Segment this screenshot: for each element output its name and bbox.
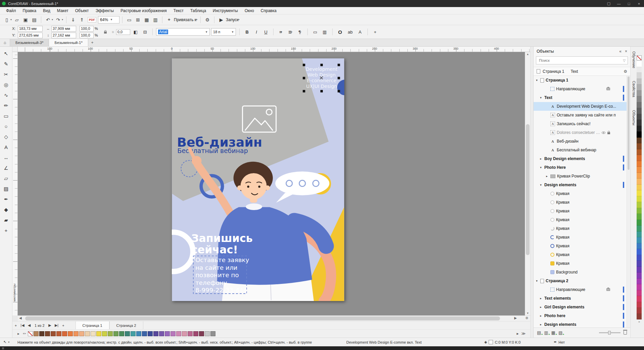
color-swatch[interactable] xyxy=(637,96,642,102)
color-swatch[interactable] xyxy=(45,331,50,336)
chevron-down-icon[interactable]: ▾ xyxy=(10,18,12,21)
color-swatch[interactable] xyxy=(637,120,642,126)
menu-item[interactable]: Растровые изображения xyxy=(117,8,170,13)
tree-row[interactable]: Кривая xyxy=(534,198,630,207)
new-document-icon[interactable]: ▯ xyxy=(3,16,11,24)
color-swatch[interactable] xyxy=(637,202,642,208)
chevron-down-icon[interactable]: ▾ xyxy=(196,18,197,21)
fullscreen-preview-icon[interactable]: ▭ xyxy=(125,16,133,24)
vertical-ruler[interactable]: миллиметры xyxy=(12,52,18,315)
y-position-input[interactable] xyxy=(18,33,43,38)
tree-row[interactable]: ▾Страница 2 xyxy=(534,277,630,285)
color-swatch[interactable] xyxy=(637,255,642,261)
menu-item[interactable]: Справка xyxy=(257,8,280,13)
color-swatch[interactable] xyxy=(51,331,56,336)
color-swatch[interactable] xyxy=(637,73,642,79)
menu-item[interactable]: Окно xyxy=(241,8,257,13)
color-swatch[interactable] xyxy=(637,267,642,273)
tree-row[interactable]: ▸Design elements xyxy=(534,320,630,328)
horizontal-ruler[interactable]: 15010050050100150200250300350400 xyxy=(18,47,530,52)
expand-arrow[interactable]: ▾ xyxy=(539,183,543,187)
tree-row[interactable]: Кривая xyxy=(534,242,630,250)
expand-arrow[interactable]: ▸ xyxy=(539,157,543,160)
color-swatch[interactable] xyxy=(136,331,141,336)
menu-item[interactable]: Макет xyxy=(54,8,72,13)
expand-arrow[interactable]: ▸ xyxy=(539,314,543,317)
close-button[interactable]: × xyxy=(634,0,644,7)
tree-row[interactable]: Кривая xyxy=(534,207,630,215)
opacity-slider[interactable] xyxy=(599,332,621,333)
color-swatch[interactable] xyxy=(142,331,147,336)
status-fill[interactable]: ◈ C:0 M:0 Y:0 K:0 xyxy=(484,338,521,346)
tree-row[interactable]: Кривая xyxy=(534,189,630,198)
launch-label[interactable]: Запуск xyxy=(226,17,239,22)
edit-text-button[interactable]: ab xyxy=(346,28,354,36)
color-swatch[interactable] xyxy=(637,67,642,73)
docker-scroll-thumb[interactable] xyxy=(628,77,630,170)
search-input[interactable] xyxy=(538,58,621,63)
tree-row[interactable]: ▾Design elements xyxy=(534,181,630,189)
color-swatch[interactable] xyxy=(119,331,124,336)
color-swatch[interactable] xyxy=(188,331,193,336)
horizontal-scroll-thumb[interactable] xyxy=(25,316,500,320)
connector-tool[interactable]: ∠ xyxy=(1,163,11,173)
objects-search[interactable]: ▽ xyxy=(536,56,628,64)
color-swatch[interactable] xyxy=(102,331,107,336)
color-swatch[interactable] xyxy=(637,61,642,67)
ruler-corner[interactable] xyxy=(12,47,18,52)
color-swatch[interactable] xyxy=(637,91,642,97)
pick-tool[interactable]: ↖ xyxy=(1,49,11,58)
color-swatch[interactable] xyxy=(637,232,642,238)
lock-ratio-button[interactable] xyxy=(101,28,109,36)
document-tab[interactable]: Безымянный-3* xyxy=(10,39,49,46)
bold-button[interactable]: B xyxy=(243,28,251,36)
no-color-swatch[interactable] xyxy=(28,331,33,336)
palette-flyout-icon[interactable]: ▸ xyxy=(16,332,21,336)
color-swatch[interactable] xyxy=(637,314,642,320)
font-list-combo[interactable]: Arial ▼ xyxy=(156,28,210,36)
tree-row[interactable]: ▸Photo here xyxy=(534,311,630,320)
publish-pdf-icon[interactable]: PDF xyxy=(88,17,96,22)
color-swatch[interactable] xyxy=(85,331,90,336)
tree-row[interactable]: Направляющие xyxy=(534,85,630,93)
scroll-right-icon[interactable]: ▶ xyxy=(514,316,517,320)
color-swatch[interactable] xyxy=(637,196,642,202)
redo-icon[interactable]: ↷ xyxy=(54,16,62,24)
text-alignment-button[interactable]: ≡▾ xyxy=(277,28,285,36)
color-swatch[interactable] xyxy=(79,331,84,336)
scroll-left-icon[interactable]: ◀ xyxy=(19,316,22,320)
dimension-tool[interactable]: ↔ xyxy=(1,153,11,162)
color-swatch[interactable] xyxy=(131,331,136,336)
scroll-up-icon[interactable]: ▲ xyxy=(525,53,530,56)
transparency-tool[interactable]: ▨ xyxy=(1,184,11,194)
docker-tab[interactable]: Объекты xyxy=(632,109,636,127)
italic-button[interactable]: I xyxy=(252,28,260,36)
color-swatch[interactable] xyxy=(637,190,642,196)
slider-thumb[interactable] xyxy=(608,331,611,335)
bulleted-list-button[interactable]: ≣▾ xyxy=(286,28,295,36)
chevron-down-icon[interactable]: ▾ xyxy=(62,18,63,21)
page-tab[interactable]: Страница 2 xyxy=(109,321,143,329)
scale-x-input[interactable] xyxy=(80,26,94,32)
tree-row[interactable]: ADolores consectetuer at stet. xyxy=(534,128,630,137)
interactive-fill-tool[interactable]: ◆ xyxy=(1,205,11,214)
color-swatch[interactable] xyxy=(637,85,642,91)
menu-item[interactable]: Инструменты xyxy=(209,8,241,13)
color-swatch[interactable] xyxy=(205,331,210,336)
height-input[interactable] xyxy=(51,33,76,38)
printer-icon[interactable] xyxy=(606,288,610,291)
color-swatch[interactable] xyxy=(637,108,642,114)
color-swatch[interactable] xyxy=(637,249,642,255)
add-propbar-button[interactable]: + xyxy=(371,28,379,36)
x-position-input[interactable] xyxy=(18,26,43,32)
scroll-down-icon[interactable]: ▼ xyxy=(525,312,530,315)
delete-icon[interactable] xyxy=(624,331,627,335)
color-swatch[interactable] xyxy=(193,331,198,336)
filter-icon[interactable]: ▽ xyxy=(623,59,626,62)
color-swatch[interactable] xyxy=(637,102,642,108)
menu-item[interactable]: Правка xyxy=(19,8,40,13)
color-swatch[interactable] xyxy=(148,331,153,336)
printer-icon[interactable] xyxy=(606,88,610,90)
active-layer-header[interactable]: Страница 1 Text ⚙ xyxy=(534,67,630,76)
color-swatch[interactable] xyxy=(637,179,642,185)
